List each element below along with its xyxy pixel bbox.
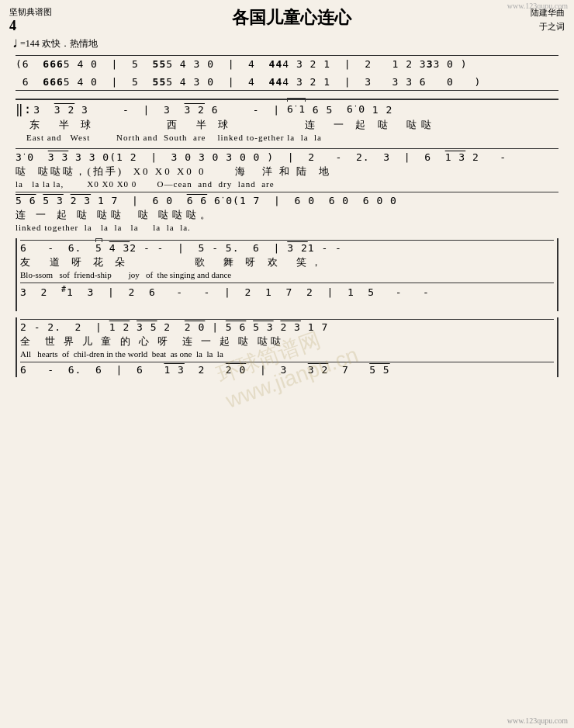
section5-line1-notes: 6 - 6. 5 4 3 2 - - | 5 - 5. 6 | 3 2 1 - … [20, 240, 554, 254]
subtitle-left: 坚韧典谱图 [9, 6, 52, 17]
section2-cn: 东 半 球 西 半 球 连 一 起 哒 哒哒 [16, 116, 558, 133]
section4: 5 6 5 3 2 3 1 7 | 6 0 6 6 6·0(1 7 | 6 0 … [16, 192, 558, 232]
section6-line1-cn: 全 世 界 儿 童 的 心 呀 连 一 起 哒 哒哒 [20, 333, 554, 349]
section4-cn: 连 一 起 哒 哒哒 哒 哒哒哒。 [16, 206, 558, 223]
section2-notes: ‖: 3 3 2 3 - | 3 3 2 6 - | 6·1 6 5 6·0 1… [16, 99, 558, 116]
section3-cn: 哒 哒哒哒，(拍手) X0 X0 X0 0 海 洋 和 陆 地 [16, 163, 558, 179]
section5: 6 - 6. 5 4 3 2 - - | 5 - 5. 6 | 3 2 1 - … [16, 238, 558, 310]
author: 陆建华曲 于之词 [531, 6, 565, 33]
section6-line1-notes: 2 - 2. 2 | 1 2 3 5 2 2 0 | 5 6 5 3 2 3 1… [20, 319, 554, 333]
tempo: ♩=144 欢快．热情地 [11, 37, 565, 50]
section6: 2 - 2. 2 | 1 2 3 5 2 2 0 | 5 6 5 3 2 3 1… [16, 317, 558, 377]
section3: 3·0 3 3 3 3 0(1 2 | 3 0 3 0 3 0 0 ) | 2 … [16, 148, 558, 189]
title: 各国儿童心连心 [52, 6, 531, 29]
section5-line2-notes: 3 2 #1 3 | 2 6 - - | 2 1 7 2 | 1 5 - - [20, 283, 554, 298]
section6-line2-notes: 6 - 6. 6 | 6 1 3 2 2 0 | 3 3 2 7 5 5 [20, 362, 554, 376]
section5-line1-cn: 友 道 呀 花 朵 歌 舞 呀 欢 笑， [20, 254, 554, 270]
section6-line1-en: All hearts of chil-dren in the world bea… [20, 349, 554, 359]
intro-section: (6 6665 4 0 | 5 555 4 3 0 | 4 444 3 2 1 … [16, 55, 558, 91]
section4-notes: 5 6 5 3 2 3 1 7 | 6 0 6 6 6·0(1 7 | 6 0 … [16, 192, 558, 206]
intro-line2: 6 6665 4 0 | 5 555 4 3 0 | 4 444 3 2 1 |… [16, 76, 558, 88]
header-left: 坚韧典谱图 4 [9, 6, 52, 36]
section5-line1-en: Blo-ssom sof friend-ship joy of the sing… [20, 270, 554, 279]
section3-en: la la la la, X0 X0 X0 0 O—cean and dry l… [16, 179, 558, 189]
section4-en: linked together la la la la la la la. [16, 223, 558, 232]
score-container: (6 6665 4 0 | 5 555 4 3 0 | 4 444 3 2 1 … [9, 54, 565, 382]
section2: ‖: 3 3 2 3 - | 3 3 2 6 - | 6·1 6 5 6·0 1… [16, 99, 558, 142]
url-top: www.123qupu.com [507, 2, 568, 10]
section3-notes: 3·0 3 3 3 3 0(1 2 | 3 0 3 0 3 0 0 ) | 2 … [16, 148, 558, 163]
intro-line1: (6 6665 4 0 | 5 555 4 3 0 | 4 444 3 2 1 … [16, 58, 558, 70]
section2-en: East and West North and South are linked… [16, 133, 558, 142]
url-bottom: www.123qupu.com [507, 716, 568, 725]
header: 坚韧典谱图 4 各国儿童心连心 陆建华曲 于之词 [9, 6, 565, 36]
